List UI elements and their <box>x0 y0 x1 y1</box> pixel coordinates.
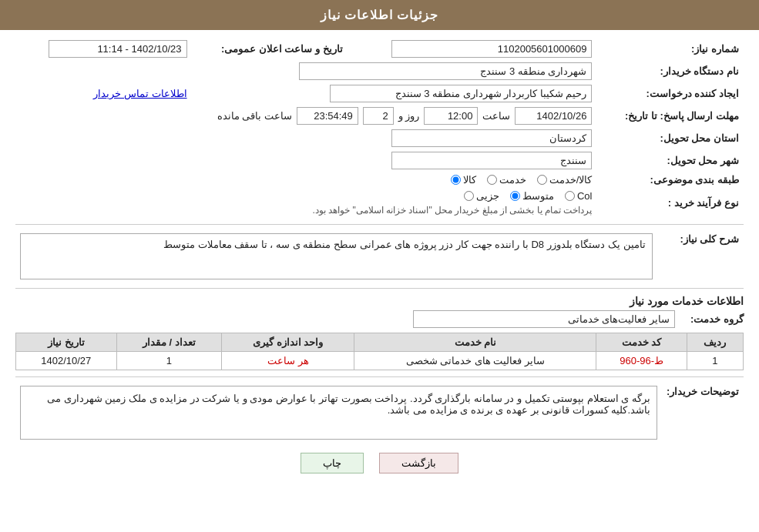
deadline-time-label: ساعت <box>482 110 510 122</box>
services-table: ردیف کد خدمت نام خدمت واحد اندازه گیری ت… <box>15 333 744 370</box>
buyer-name-label: نام دستگاه خریدار: <box>596 60 744 82</box>
description-table: شرح کلی نیاز: تامین یک دستگاه بلدوزر D8 … <box>15 231 744 282</box>
request-number-field[interactable]: 1102005601000609 <box>391 40 592 58</box>
date-value: 1402/10/23 - 11:14 <box>15 38 192 60</box>
description-field[interactable]: تامین یک دستگاه بلدوزر D8 با راننده جهت … <box>20 233 653 279</box>
col-date: تاریخ نیاز <box>16 333 117 352</box>
deadline-label: مهلت ارسال پاسخ: تا تاریخ: <box>596 105 744 127</box>
col-qty: تعداد / مقدار <box>116 333 222 352</box>
col-unit: واحد اندازه گیری <box>222 333 354 352</box>
purchase-label-motavasset: متوسط <box>522 190 554 202</box>
cell-name: سایر فعالیت های خدماتی شخصی <box>354 352 596 370</box>
content-area: شماره نیاز: 1102005601000609 تاریخ و ساع… <box>0 30 759 489</box>
notes-table: توضیحات خریدار: برگه ی استعلام بپوستی تک… <box>15 383 744 442</box>
purchase-option-jozii[interactable]: جزیی <box>464 190 499 202</box>
deadline-days-field[interactable]: 2 <box>363 107 394 125</box>
purchase-radio-col[interactable] <box>565 191 575 201</box>
creator-value: رحیم شکیبا کاربردار شهرداری منطقه 3 سنند… <box>192 82 597 105</box>
divider-3 <box>15 376 744 377</box>
remaining-time-field[interactable]: 23:54:49 <box>297 107 358 125</box>
province-row: استان محل تحویل: کردستان <box>15 127 744 149</box>
description-value: تامین یک دستگاه بلدوزر D8 با راننده جهت … <box>15 231 657 282</box>
cell-qty: 1 <box>116 352 222 370</box>
contact-link[interactable]: اطلاعات تماس خریدار <box>93 88 186 99</box>
services-table-header: ردیف کد خدمت نام خدمت واحد اندازه گیری ت… <box>16 333 744 352</box>
divider-2 <box>15 288 744 289</box>
purchase-type-options: Col متوسط جزیی پرداخت تمام یا بخشی از مب… <box>15 188 596 218</box>
deadline-time-field[interactable]: 12:00 <box>424 107 478 125</box>
city-value: سنندج <box>15 149 596 172</box>
category-radio-kala-khedmat[interactable] <box>537 175 547 185</box>
purchase-type-label: نوع فرآیند خرید : <box>596 188 744 218</box>
purchase-option-col[interactable]: Col <box>565 190 593 202</box>
group-value-field[interactable]: سایر فعالیت‌های خدماتی <box>413 310 675 328</box>
category-options: کالا/خدمت خدمت کالا <box>15 172 596 188</box>
remaining-label: ساعت باقی مانده <box>217 110 292 122</box>
deadline-day-label: روز و <box>398 110 420 122</box>
col-code: کد خدمت <box>596 333 687 352</box>
purchase-radio-jozii[interactable] <box>464 191 474 201</box>
city-row: شهر محل تحویل: سنندج <box>15 149 744 172</box>
cell-unit: هر ساعت <box>222 352 354 370</box>
notes-row: توضیحات خریدار: برگه ی استعلام بپوستی تک… <box>15 383 744 442</box>
category-label-khedmat: خدمت <box>499 174 526 186</box>
category-label-kala: کالا <box>463 174 476 186</box>
notes-value: برگه ی استعلام بپوستی تکمیل و در سامانه … <box>15 383 662 442</box>
category-radio-khedmat[interactable] <box>487 175 497 185</box>
province-field[interactable]: کردستان <box>391 129 592 147</box>
category-radio-kala[interactable] <box>451 175 461 185</box>
cell-date: 1402/10/27 <box>16 352 117 370</box>
divider-1 <box>15 224 744 225</box>
purchase-label-jozii: جزیی <box>476 190 499 202</box>
category-option-kala[interactable]: کالا <box>451 174 476 186</box>
purchase-note: پرداخت تمام یا بخشی از مبلغ خریدار محل "… <box>20 205 592 216</box>
category-label: طبقه بندی موضوعی: <box>596 172 744 188</box>
col-name: نام خدمت <box>354 333 596 352</box>
purchase-radio-motavasset[interactable] <box>510 191 520 201</box>
buyer-name-field[interactable]: شهرداری منطقه 3 سنندج <box>299 62 592 80</box>
buttons-row: بازگشت چاپ <box>15 453 744 473</box>
category-row: طبقه بندی موضوعی: کالا/خدمت خدمت کالا <box>15 172 744 188</box>
page-wrapper: جزئیات اطلاعات نیاز شماره نیاز: 11020056… <box>0 0 759 532</box>
request-number-row: شماره نیاز: 1102005601000609 تاریخ و ساع… <box>15 38 744 60</box>
creator-row: ایجاد کننده درخواست: رحیم شکیبا کاربردار… <box>15 82 744 105</box>
purchase-label-col: Col <box>577 190 593 202</box>
description-row: شرح کلی نیاز: تامین یک دستگاه بلدوزر D8 … <box>15 231 744 282</box>
request-number-value: 1102005601000609 <box>348 38 597 60</box>
services-table-body: 1 ط-96-960 سایر فعالیت های خدماتی شخصی ه… <box>16 352 744 370</box>
province-value: کردستان <box>15 127 596 149</box>
cell-row: 1 <box>687 352 743 370</box>
notes-label: توضیحات خریدار: <box>662 383 744 442</box>
buyer-notes-field[interactable]: برگه ی استعلام بپوستی تکمیل و در سامانه … <box>20 386 657 440</box>
description-label: شرح کلی نیاز: <box>657 231 744 282</box>
purchase-option-motavasset[interactable]: متوسط <box>510 190 554 202</box>
date-label: تاریخ و ساعت اعلان عمومی: <box>192 38 348 60</box>
buyer-name-value: شهرداری منطقه 3 سنندج <box>15 60 596 82</box>
buyer-name-row: نام دستگاه خریدار: شهرداری منطقه 3 سنندج <box>15 60 744 82</box>
date-field[interactable]: 1402/10/23 - 11:14 <box>49 40 187 58</box>
back-button[interactable]: بازگشت <box>379 453 458 473</box>
request-number-label: شماره نیاز: <box>596 38 744 60</box>
city-label: شهر محل تحویل: <box>596 149 744 172</box>
creator-label: ایجاد کننده درخواست: <box>596 82 744 105</box>
purchase-type-row: نوع فرآیند خرید : Col متوسط جزیی <box>15 188 744 218</box>
category-option-kala-khedmat[interactable]: کالا/خدمت <box>537 174 593 186</box>
services-header-row: ردیف کد خدمت نام خدمت واحد اندازه گیری ت… <box>16 333 744 352</box>
deadline-row: مهلت ارسال پاسخ: تا تاریخ: 1402/10/26 سا… <box>15 105 744 127</box>
col-row: ردیف <box>687 333 743 352</box>
deadline-value: 1402/10/26 ساعت 12:00 روز و 2 23:54:49 س… <box>15 105 596 127</box>
services-section-title: اطلاعات خدمات مورد نیاز <box>15 295 744 307</box>
main-form-table: شماره نیاز: 1102005601000609 تاریخ و ساع… <box>15 38 744 218</box>
creator-field[interactable]: رحیم شکیبا کاربردار شهرداری منطقه 3 سنند… <box>330 85 592 102</box>
category-option-khedmat[interactable]: خدمت <box>487 174 526 186</box>
page-title: جزئیات اطلاعات نیاز <box>321 8 439 22</box>
city-field[interactable]: سنندج <box>391 152 592 169</box>
deadline-date-field[interactable]: 1402/10/26 <box>515 107 592 125</box>
category-label-kala-khedmat: کالا/خدمت <box>549 174 593 186</box>
province-label: استان محل تحویل: <box>596 127 744 149</box>
page-header: جزئیات اطلاعات نیاز <box>0 0 759 30</box>
services-table-row: 1 ط-96-960 سایر فعالیت های خدماتی شخصی ه… <box>16 352 744 370</box>
cell-code: ط-96-960 <box>596 352 687 370</box>
group-label-row: گروه خدمت: سایر فعالیت‌های خدماتی <box>15 310 744 328</box>
print-button[interactable]: چاپ <box>301 453 364 473</box>
